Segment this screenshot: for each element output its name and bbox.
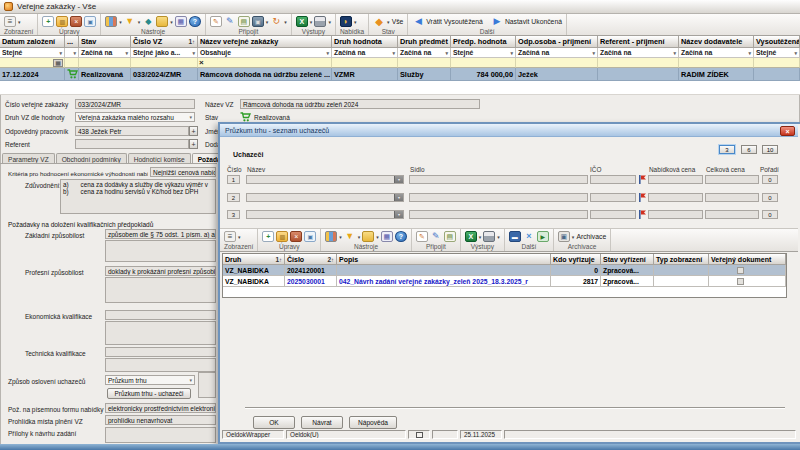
- filter-nazev[interactable]: Obsahuje: [198, 48, 332, 58]
- nazev-vz-field[interactable]: Rámcová dohoda na údržbu zeleň 2024: [240, 99, 480, 109]
- bidder-sidlo-field[interactable]: [409, 210, 588, 219]
- col-header-druh-predmet[interactable]: Druh předmět: [398, 36, 451, 48]
- date-picker-icon[interactable]: [53, 59, 63, 67]
- cell-druh-hodnota[interactable]: VZMR: [332, 68, 398, 81]
- archive-icon[interactable]: [558, 231, 570, 242]
- count-10-button[interactable]: 10: [762, 145, 778, 154]
- kriteria-select[interactable]: Nejnižší cenová nabídka: [150, 167, 216, 177]
- col-header-cislo-vz[interactable]: Číslo VZ1: [131, 36, 198, 48]
- zduvodneni-textarea[interactable]: a)cena za dodávky a služby dle výkazu vý…: [60, 179, 216, 214]
- run-icon[interactable]: [537, 231, 549, 242]
- state-filter-value[interactable]: Vše: [392, 18, 404, 25]
- filter-input-dots[interactable]: [65, 58, 79, 68]
- filter-input-referent[interactable]: [598, 58, 679, 68]
- col-header-nazev[interactable]: Název veřejné zakázky: [198, 36, 332, 48]
- table-row[interactable]: VZ_NABIDKA 2024120001 0 Zpracová...: [223, 265, 786, 276]
- filter-input-stav[interactable]: [79, 58, 131, 68]
- delete-record-icon[interactable]: [70, 16, 82, 27]
- pencil-icon[interactable]: [430, 231, 442, 242]
- cell-cislo[interactable]: 2024120001: [285, 265, 337, 276]
- filter-datum[interactable]: Stejné: [0, 48, 65, 58]
- dialog-titlebar[interactable]: Průzkum trhu - seznam uchazečů: [220, 124, 798, 137]
- cell-stav[interactable]: Realizovaná: [79, 68, 131, 81]
- bidder-celkova-field[interactable]: [705, 193, 759, 202]
- cell-dodavatel[interactable]: RADIM ZÍDEK: [679, 68, 754, 81]
- druh-vz-select[interactable]: Veřejná zakázka malého rozsahu: [75, 112, 195, 122]
- copy-record-icon[interactable]: [276, 231, 288, 242]
- filter-icon[interactable]: [344, 231, 356, 242]
- attachment-icon[interactable]: [252, 16, 264, 27]
- filter-cislo-vz[interactable]: Stejné jako a...: [131, 48, 198, 58]
- filter-input-datum[interactable]: [0, 58, 65, 68]
- count-3-button[interactable]: 3: [719, 145, 735, 154]
- ekonomicka-field[interactable]: [105, 310, 216, 320]
- filter-vysoutezena[interactable]: Stejné: [754, 48, 800, 58]
- cell-stav-icon[interactable]: [65, 68, 79, 81]
- folder-icon[interactable]: [362, 231, 374, 242]
- chevron-down-icon[interactable]: [18, 19, 21, 25]
- help-icon[interactable]: [189, 16, 201, 27]
- chevron-down-icon[interactable]: [170, 19, 173, 25]
- profesni-field[interactable]: doklady k prokázání profesní způsobilost…: [105, 266, 216, 276]
- cell-verejny[interactable]: [709, 276, 786, 287]
- cell-cislo-vz[interactable]: 033/2024/ZMR: [131, 68, 198, 81]
- state-gem-icon[interactable]: [373, 16, 385, 27]
- lookup-button[interactable]: [189, 139, 198, 149]
- cell-popis[interactable]: 042_Návrh zadání veřejné zakázky_zeleň 2…: [337, 276, 551, 287]
- count-6-button[interactable]: 6: [741, 145, 757, 154]
- col-header-datum[interactable]: Datum založení: [0, 36, 65, 48]
- zpusob-select[interactable]: Průzkum trhu: [105, 375, 195, 385]
- flag-icon[interactable]: [638, 193, 647, 202]
- cell-referent[interactable]: [598, 68, 679, 81]
- col-header-druh[interactable]: Druh1: [223, 254, 285, 265]
- help-icon[interactable]: [395, 231, 407, 242]
- chevron-down-icon[interactable]: [358, 234, 361, 240]
- bidder-name-select[interactable]: [246, 210, 404, 219]
- refresh-icon[interactable]: [270, 16, 282, 27]
- lookup-button[interactable]: [189, 126, 198, 136]
- table-row[interactable]: VZ_NABIDKA 2025030001 042_Návrh zadání v…: [223, 276, 786, 287]
- technicka-textarea[interactable]: [105, 358, 216, 372]
- archivace-button[interactable]: Archivace: [576, 233, 606, 240]
- odp-pracovnik-field[interactable]: 438 Ježek Petr: [75, 126, 189, 136]
- cislo-vz-field[interactable]: 033/2024/ZMR: [75, 99, 195, 109]
- referent-field[interactable]: [75, 139, 189, 149]
- profesni-textarea[interactable]: [105, 277, 216, 303]
- bidder-nabidkova-field[interactable]: [648, 175, 703, 184]
- bidder-celkova-field[interactable]: [705, 210, 759, 219]
- filter-dodavatel[interactable]: Začíná na: [679, 48, 754, 58]
- col-header-vysoutezena[interactable]: Vysoutěžená: [754, 36, 800, 48]
- cell-vysoutezena[interactable]: [754, 68, 800, 81]
- arrow-right-icon[interactable]: [491, 16, 503, 27]
- technicka-field[interactable]: [105, 347, 216, 357]
- filter-druh-hodnota[interactable]: Začíná na: [332, 48, 398, 58]
- bidder-name-select[interactable]: [246, 193, 404, 202]
- cell-kdo[interactable]: 0: [551, 265, 601, 276]
- bidder-poradi-field[interactable]: 0: [762, 210, 778, 219]
- chevron-down-icon[interactable]: [354, 19, 357, 25]
- pencil-icon[interactable]: [224, 16, 236, 27]
- close-icon[interactable]: [780, 126, 795, 136]
- col-header-predp-hodnota[interactable]: Předp. hodnota: [451, 36, 516, 48]
- filter-dots[interactable]: [65, 48, 79, 58]
- col-header-popis[interactable]: Popis: [337, 254, 551, 265]
- ok-button[interactable]: OK: [253, 416, 295, 429]
- cell-kdo[interactable]: 2817: [551, 276, 601, 287]
- col-header-druh-hodnota[interactable]: Druh hodnota: [332, 36, 398, 48]
- cell-druh[interactable]: VZ_NABIDKA: [223, 265, 285, 276]
- new-record-icon[interactable]: [262, 231, 274, 242]
- cell-stav-vyrizeni[interactable]: Zpracová...: [601, 265, 654, 276]
- filter-input-dodavatel[interactable]: [679, 58, 754, 68]
- bidder-ico-field[interactable]: [590, 193, 636, 202]
- col-header-referent[interactable]: Referent - příjmení: [598, 36, 679, 48]
- filter-input-odp-osoba[interactable]: [516, 58, 598, 68]
- folder-icon[interactable]: [156, 16, 168, 27]
- view-menu-icon[interactable]: [4, 16, 16, 27]
- prohlidka-field[interactable]: prohlídku nenavrhovat: [105, 415, 216, 425]
- bidder-name-select[interactable]: [246, 175, 404, 184]
- cut-icon[interactable]: [523, 231, 535, 242]
- duplicate-record-icon[interactable]: [304, 231, 316, 242]
- bidder-sidlo-field[interactable]: [409, 175, 588, 184]
- chevron-down-icon[interactable]: [394, 211, 403, 218]
- table-settings-icon[interactable]: [325, 231, 337, 242]
